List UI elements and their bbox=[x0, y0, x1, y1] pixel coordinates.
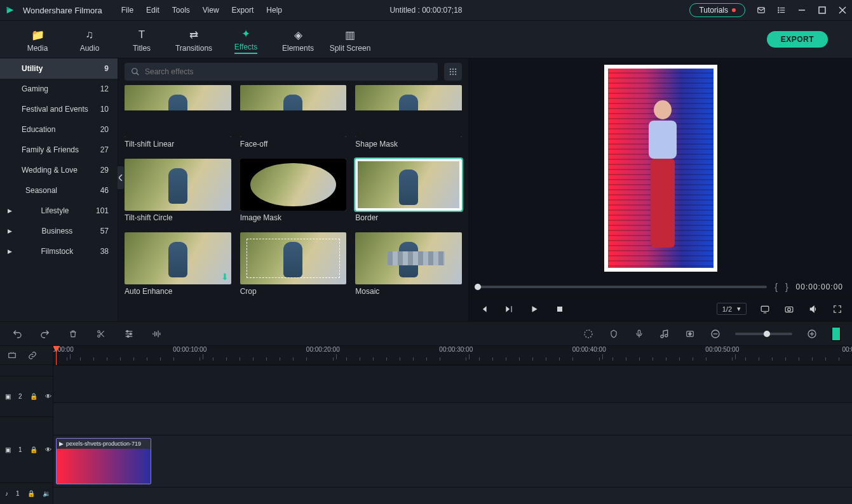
play-icon[interactable] bbox=[529, 303, 540, 315]
category-utility[interactable]: Utility9 bbox=[0, 58, 118, 79]
svg-line-12 bbox=[137, 73, 139, 76]
category-seasonal[interactable]: Seasonal46 bbox=[0, 180, 118, 201]
effect-auto-enhance[interactable]: ⬇Auto Enhance bbox=[125, 232, 231, 300]
audio-mixer-icon[interactable] bbox=[659, 328, 670, 340]
audio-wave-icon[interactable] bbox=[151, 328, 163, 340]
effect-tilt-shift-circle[interactable]: Tilt-shift Circle bbox=[125, 159, 231, 226]
effect-border[interactable]: Border bbox=[355, 159, 462, 226]
zoom-slider[interactable] bbox=[735, 333, 792, 335]
timeline-tracks-area[interactable]: 00:00:00:0000:00:10:0000:00:20:0000:00:3… bbox=[53, 346, 852, 504]
lock-icon[interactable]: 🔒 bbox=[30, 446, 37, 453]
tab-audio[interactable]: ♫Audio bbox=[64, 26, 116, 53]
tab-media[interactable]: 📁Media bbox=[11, 26, 64, 53]
category-education[interactable]: Education20 bbox=[0, 119, 118, 140]
tab-transitions[interactable]: ⇄Transitions bbox=[168, 26, 220, 53]
menu-tools[interactable]: Tools bbox=[172, 6, 190, 15]
menu-view[interactable]: View bbox=[203, 6, 219, 15]
category-gaming[interactable]: Gaming12 bbox=[0, 79, 118, 99]
chevron-down-icon: ▾ bbox=[737, 305, 741, 313]
fit-timeline-icon[interactable] bbox=[6, 350, 18, 361]
track-header-v2[interactable]: ▣2 🔒 👁 bbox=[0, 376, 53, 416]
effect-image-mask[interactable]: Image Mask bbox=[240, 159, 347, 226]
preview-canvas[interactable] bbox=[469, 58, 852, 278]
tab-effects[interactable]: ✦Effects bbox=[220, 25, 272, 54]
render-icon[interactable] bbox=[583, 328, 594, 340]
track-v2[interactable] bbox=[53, 402, 852, 435]
category-filmstock[interactable]: ▶Filmstock38 bbox=[0, 241, 118, 262]
effect-crop[interactable]: Crop bbox=[240, 232, 347, 300]
menu-help[interactable]: Help bbox=[266, 6, 282, 15]
zoom-in-icon[interactable] bbox=[806, 328, 818, 340]
zoom-out-icon[interactable] bbox=[710, 328, 721, 340]
stop-icon[interactable] bbox=[554, 303, 565, 315]
fullscreen-icon[interactable] bbox=[832, 303, 843, 315]
split-icon[interactable] bbox=[95, 328, 107, 340]
task-list-icon[interactable] bbox=[777, 6, 786, 15]
preview-seek-slider[interactable] bbox=[478, 286, 767, 288]
prev-frame-icon[interactable] bbox=[478, 303, 489, 315]
adjust-icon[interactable] bbox=[123, 328, 135, 340]
keyframe-icon[interactable] bbox=[684, 328, 696, 340]
lock-icon[interactable]: 🔒 bbox=[30, 393, 37, 400]
category-wedding-love[interactable]: Wedding & Love29 bbox=[0, 160, 118, 180]
tab-split-screen[interactable]: ▥Split Screen bbox=[324, 26, 376, 53]
mark-in-icon[interactable]: { bbox=[774, 282, 778, 292]
app-title: Wondershare Filmora bbox=[23, 6, 102, 15]
download-icon: ⬇ bbox=[221, 272, 229, 282]
menu-file[interactable]: File bbox=[121, 6, 133, 15]
category-festival-and-events[interactable]: Festival and Events10 bbox=[0, 99, 118, 119]
track-header-v1[interactable]: ▣1 🔒 👁 bbox=[0, 416, 53, 482]
delete-icon[interactable] bbox=[67, 328, 79, 340]
audio-meter-icon[interactable] bbox=[832, 327, 841, 341]
tab-elements[interactable]: ◈Elements bbox=[272, 26, 324, 53]
folder-icon: 📁 bbox=[31, 29, 44, 41]
marker-icon[interactable] bbox=[608, 328, 619, 340]
menu-export[interactable]: Export bbox=[232, 6, 254, 15]
grid-view-toggle[interactable] bbox=[444, 63, 462, 81]
undo-icon[interactable] bbox=[11, 328, 23, 340]
effect-label: Face-off bbox=[240, 140, 347, 149]
category-lifestyle[interactable]: ▶Lifestyle101 bbox=[0, 201, 118, 221]
search-icon bbox=[131, 67, 140, 76]
eye-icon[interactable]: 👁 bbox=[45, 393, 51, 400]
preview-quality-select[interactable]: 1/2▾ bbox=[717, 303, 747, 315]
video-clip[interactable]: ▶pexels-shvets-production-719 fx bbox=[56, 438, 151, 484]
eye-icon[interactable]: 👁 bbox=[45, 446, 51, 453]
tab-titles[interactable]: TTitles bbox=[116, 26, 168, 53]
search-input[interactable] bbox=[145, 67, 431, 76]
search-input-wrapper[interactable] bbox=[125, 63, 438, 81]
volume-icon[interactable] bbox=[808, 303, 819, 315]
tutorials-button[interactable]: Tutorials bbox=[689, 3, 745, 17]
ruler-tick: 00:00:20:00 bbox=[320, 346, 353, 364]
menu-edit[interactable]: Edit bbox=[146, 6, 159, 15]
messages-icon[interactable] bbox=[757, 6, 766, 15]
track-header-a1[interactable]: ♪1 🔒 🔉 bbox=[0, 482, 53, 504]
effect-shape-mask[interactable]: ⬇Shape Mask bbox=[355, 85, 462, 152]
voiceover-icon[interactable] bbox=[633, 328, 645, 340]
minimize-icon[interactable] bbox=[797, 6, 806, 15]
export-button[interactable]: EXPORT bbox=[767, 31, 828, 48]
music-icon: ♫ bbox=[86, 29, 94, 41]
display-icon[interactable] bbox=[759, 303, 771, 315]
effect-tilt-shift-linear[interactable]: ⬇Tilt-shift Linear bbox=[125, 85, 231, 152]
step-forward-icon[interactable] bbox=[503, 303, 515, 315]
mark-out-icon[interactable]: } bbox=[785, 282, 788, 292]
category-business[interactable]: ▶Business57 bbox=[0, 221, 118, 241]
effect-face-off[interactable]: Face-off bbox=[240, 85, 347, 152]
redo-icon[interactable] bbox=[39, 328, 51, 340]
timeline-ruler[interactable]: 00:00:00:0000:00:10:0000:00:20:0000:00:3… bbox=[53, 346, 852, 365]
tutorials-label: Tutorials bbox=[699, 6, 728, 15]
effect-thumbnail: ⬇ bbox=[125, 232, 231, 284]
category-count: 27 bbox=[100, 145, 109, 154]
lock-icon[interactable]: 🔒 bbox=[27, 490, 35, 497]
track-a1[interactable] bbox=[53, 487, 852, 504]
link-icon[interactable] bbox=[27, 350, 38, 361]
track-v1[interactable]: ▶pexels-shvets-production-719 fx bbox=[53, 435, 852, 487]
category-family-friends[interactable]: Family & Friends27 bbox=[0, 140, 118, 160]
snapshot-icon[interactable] bbox=[783, 303, 795, 315]
collapse-sidebar-icon[interactable] bbox=[118, 166, 124, 189]
effect-mosaic[interactable]: Mosaic bbox=[355, 232, 462, 300]
mute-icon[interactable]: 🔉 bbox=[43, 490, 50, 497]
maximize-icon[interactable] bbox=[818, 6, 827, 15]
close-icon[interactable] bbox=[838, 6, 847, 15]
